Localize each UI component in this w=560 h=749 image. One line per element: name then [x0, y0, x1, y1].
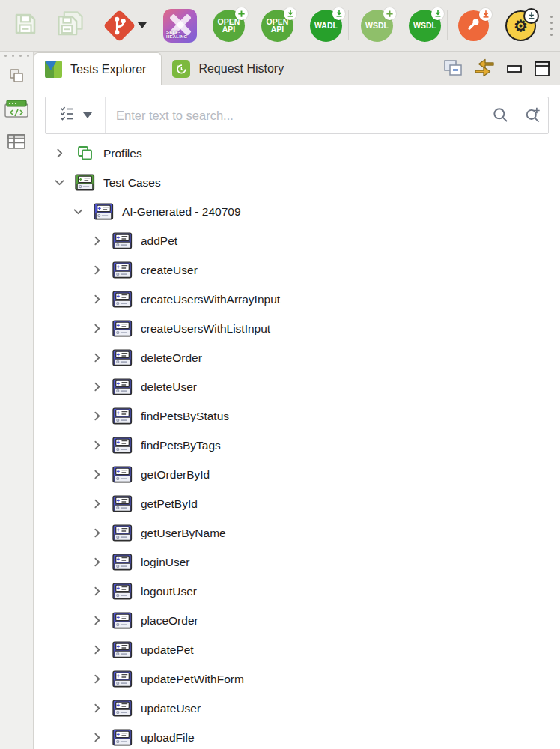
plus-badge-icon	[383, 7, 396, 20]
chevron-down-icon	[138, 22, 147, 28]
import-wadl-button[interactable]: WADL	[310, 10, 342, 42]
case-icon	[111, 524, 134, 542]
tree-item-profiles[interactable]: Profiles	[34, 139, 560, 168]
main-toolbar: SELF- HEALING OPEN API OPEN API WADL WSD…	[0, 0, 560, 52]
tree-item-label: logoutUser	[141, 585, 197, 598]
tree-item-createuser[interactable]: createUser	[34, 255, 560, 285]
tab-request-history-label: Request History	[198, 62, 284, 76]
maximize-panel-button[interactable]	[533, 60, 551, 78]
tree-item-deleteuser[interactable]: deleteUser	[34, 372, 560, 401]
minimize-panel-button[interactable]	[505, 60, 523, 78]
sidebar-item-windows[interactable]	[8, 67, 25, 87]
chevron-right-icon[interactable]	[91, 411, 102, 421]
case-icon	[111, 640, 134, 659]
chevron-right-icon[interactable]	[91, 382, 102, 392]
tree-item-createuserswithlistinput[interactable]: createUsersWithListInput	[34, 314, 560, 343]
chevron-right-icon[interactable]	[91, 294, 102, 304]
tree-item-test-cases[interactable]: Test Cases	[34, 168, 560, 197]
case-icon	[111, 348, 134, 367]
float-panel-button[interactable]	[443, 59, 463, 78]
suite-icon	[73, 173, 97, 192]
case-icon	[111, 553, 134, 571]
chevron-right-icon[interactable]	[91, 353, 102, 363]
chevron-right-icon[interactable]	[91, 265, 102, 275]
chevron-right-icon[interactable]	[91, 324, 102, 333]
tree-item-label: getOrderById	[141, 468, 210, 482]
tree-item-getorderbyid[interactable]: getOrderById	[34, 460, 560, 489]
chevron-right-icon[interactable]	[91, 733, 102, 742]
download-badge-icon	[431, 7, 444, 20]
case-icon	[111, 231, 134, 250]
save-all-button[interactable]	[55, 10, 85, 41]
tree-item-uploadfile[interactable]: uploadFile	[34, 723, 560, 749]
self-healing-label-line2: HEALING	[166, 34, 187, 39]
tree-item-deleteorder[interactable]: deleteOrder	[34, 343, 560, 372]
tab-tests-explorer-label: Tests Explorer	[70, 63, 146, 76]
chevron-right-icon[interactable]	[91, 236, 102, 246]
chevron-down-icon	[83, 112, 92, 118]
sidebar-item-table[interactable]	[7, 133, 26, 153]
tree-item-ai-generated-240709[interactable]: AI-Generated - 240709	[34, 197, 560, 226]
chevron-right-icon[interactable]	[91, 703, 102, 713]
add-search-button[interactable]	[517, 97, 548, 133]
chevron-right-icon[interactable]	[91, 616, 102, 625]
import-wsdl-button[interactable]: WSDL	[409, 10, 441, 42]
tree-item-findpetsbytags[interactable]: findPetsByTags	[34, 431, 560, 460]
sidebar-item-explorer[interactable]	[4, 97, 29, 123]
tree-item-placeorder[interactable]: placeOrder	[34, 606, 560, 635]
tree-item-label: createUser	[141, 264, 198, 277]
chevron-down-icon[interactable]	[54, 178, 64, 187]
tree-item-getuserbyname[interactable]: getUserByName	[34, 518, 560, 548]
download-badge-icon	[284, 7, 296, 20]
import-swagger-button[interactable]: ⚙	[505, 10, 536, 41]
tree-item-getpetbyid[interactable]: getPetById	[34, 489, 560, 518]
float-windows-icon	[443, 59, 463, 78]
git-dropdown-button[interactable]	[131, 22, 147, 28]
chevron-down-icon[interactable]	[73, 207, 83, 216]
chevron-right-icon[interactable]	[91, 674, 102, 684]
case-icon	[111, 728, 134, 747]
self-healing-button[interactable]: SELF- HEALING	[163, 9, 197, 43]
import-openapi-button[interactable]: OPEN API	[261, 10, 293, 42]
search-input[interactable]	[106, 109, 485, 123]
api-explorer-icon	[4, 97, 29, 123]
wadl-label: WADL	[314, 22, 338, 30]
tree-item-label: getPetById	[141, 497, 198, 511]
chevron-right-icon[interactable]	[91, 645, 102, 655]
create-wsdl-button[interactable]: WSDL	[361, 10, 393, 42]
panel-drag-handle[interactable]	[4, 55, 29, 57]
tab-request-history[interactable]: Request History	[162, 52, 299, 85]
chevron-right-icon[interactable]	[91, 440, 102, 450]
tab-tests-explorer[interactable]: Tests Explorer	[34, 52, 162, 85]
import-postman-button[interactable]	[458, 10, 489, 41]
search-button[interactable]	[485, 97, 517, 133]
tree-item-label: addPet	[141, 234, 177, 248]
case-icon	[111, 377, 134, 396]
search-filter-dropdown[interactable]	[46, 97, 106, 133]
checklist-icon	[58, 105, 76, 126]
git-button[interactable]	[85, 14, 131, 37]
tree-item-updatepet[interactable]: updatePet	[34, 635, 560, 664]
save-all-icon	[55, 10, 85, 41]
tree-item-createuserswitharrayinput[interactable]: createUsersWithArrayInput	[34, 285, 560, 314]
tree-item-addpet[interactable]: addPet	[34, 226, 560, 255]
chevron-right-icon[interactable]	[91, 499, 102, 509]
chevron-right-icon[interactable]	[91, 586, 102, 596]
create-openapi-button[interactable]: OPEN API	[213, 10, 245, 42]
tree-item-loginuser[interactable]: loginUser	[34, 548, 560, 577]
save-button[interactable]	[12, 10, 39, 40]
sync-selection-button[interactable]	[473, 58, 496, 79]
chevron-right-icon[interactable]	[54, 148, 64, 158]
tree-item-updateuser[interactable]: updateUser	[34, 694, 560, 723]
tree-item-logoutuser[interactable]: logoutUser	[34, 577, 560, 606]
download-badge-icon	[525, 10, 538, 22]
case-icon	[111, 582, 134, 601]
tests-tree: Profiles Test Cases AI-Generated - 24070…	[34, 139, 560, 749]
chevron-right-icon[interactable]	[91, 557, 102, 567]
case-icon	[92, 202, 115, 221]
tree-item-updatepetwithform[interactable]: updatePetWithForm	[34, 664, 560, 694]
chevron-right-icon[interactable]	[91, 528, 102, 538]
toolbar-overflow-handle[interactable]	[550, 16, 553, 36]
tree-item-findpetsbystatus[interactable]: findPetsByStatus	[34, 401, 560, 431]
chevron-right-icon[interactable]	[91, 470, 102, 479]
